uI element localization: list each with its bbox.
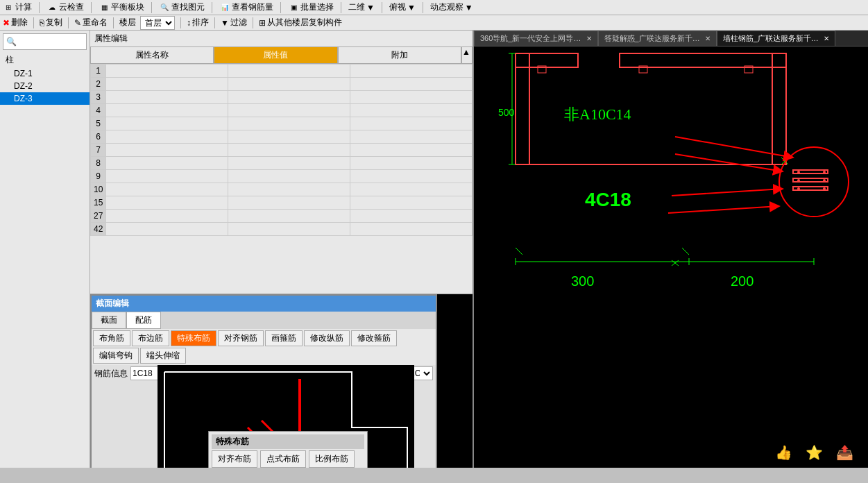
sort-button[interactable]: ↕ 排序: [187, 17, 209, 28]
scroll-up-arrow[interactable]: ▲: [461, 46, 473, 64]
table-row: 5: [91, 117, 473, 130]
prop-name-cell: [106, 170, 228, 183]
toolbar-view[interactable]: 俯视 ▼: [389, 1, 416, 13]
toolbar-find-label: 查找图元: [171, 1, 205, 13]
toolbar-balance[interactable]: ▦ 平衡板块: [99, 1, 144, 13]
copy-button[interactable]: ⎘ 复制: [40, 17, 62, 28]
sidebar-tree: 柱 DZ-1 DZ-2 DZ-3: [0, 53, 90, 468]
right-tab-3-close[interactable]: ✕: [824, 35, 829, 42]
special-item-ratio[interactable]: 比例布筋: [309, 450, 355, 468]
sidebar-item-zhu[interactable]: 柱: [0, 53, 90, 67]
row-num: 1: [91, 65, 106, 78]
right-tab-2-label: 答疑解惑_广联达服务新千…: [604, 34, 700, 42]
rename-button[interactable]: ✎ 重命名: [74, 17, 108, 28]
dynamic-dropdown-icon: ▼: [465, 3, 473, 12]
right-tab-1[interactable]: 360导航_新一代安全上网导… ✕: [474, 31, 598, 46]
prop-col-extra[interactable]: 附加: [338, 46, 461, 64]
subtab-modify-long[interactable]: 修改纵筋: [304, 330, 350, 346]
search-icon: 🔍: [6, 37, 17, 46]
table-row: 10: [91, 183, 473, 196]
prop-value-cell[interactable]: [228, 223, 350, 236]
toolbar-cloud[interactable]: ☁ 云检查: [46, 1, 84, 13]
right-tab-2[interactable]: 答疑解惑_广联达服务新千… ✕: [598, 31, 717, 46]
sidebar-item-dz1[interactable]: DZ-1: [0, 67, 90, 80]
prop-col-name[interactable]: 属性名称: [90, 46, 214, 64]
section-editor-title: 截面编辑: [92, 296, 436, 312]
toolbar-dynamic-label: 动态观察: [430, 1, 463, 13]
row-num: 3: [91, 91, 106, 104]
table-row: 3: [91, 91, 473, 104]
prop-value-cell[interactable]: [228, 170, 350, 183]
prop-col-value[interactable]: 属性值: [214, 46, 337, 64]
properties-title: 属性编辑: [90, 31, 473, 46]
prop-extra-cell: [350, 144, 473, 157]
sep7: [382, 2, 382, 13]
right-tab-2-close[interactable]: ✕: [705, 35, 710, 42]
prop-extra-cell: [350, 170, 473, 183]
copy-icon: ⎘: [40, 18, 44, 28]
subtab-corner[interactable]: 布角筋: [93, 330, 130, 346]
toolbar-2d[interactable]: 二维 ▼: [348, 1, 375, 13]
svg-rect-5: [620, 53, 786, 67]
share-button[interactable]: 📤: [835, 443, 854, 462]
dim-300: 300: [571, 273, 594, 289]
right-arrow3: [668, 206, 779, 213]
toolbar-find[interactable]: 🔍 查找图元: [159, 1, 205, 13]
prop-value-cell[interactable]: [228, 196, 350, 210]
right-tab-1-close[interactable]: ✕: [586, 35, 592, 42]
rename-icon: ✎: [74, 18, 81, 28]
prop-value-cell[interactable]: [228, 78, 350, 91]
subtab-align[interactable]: 对齐钢筋: [218, 330, 264, 346]
prop-name-cell: [106, 210, 228, 223]
prop-name-cell: [106, 130, 228, 144]
right-tab-3[interactable]: 墙柱钢筋_广联达服务新千… ✕: [717, 31, 835, 46]
floor-select[interactable]: 首层: [140, 16, 175, 30]
table-row: 42: [91, 223, 473, 236]
svg-rect-7: [772, 53, 786, 164]
sidebar-search-box[interactable]: 🔍: [3, 33, 87, 50]
toolbar-view-label: 俯视: [389, 1, 406, 13]
subtab-edge[interactable]: 布边筋: [132, 330, 169, 346]
special-dropdown: 特殊布筋 对齐布筋 点式布筋 比例布筋 偏移布筋: [208, 431, 368, 468]
subtab-stirrup[interactable]: 画箍筋: [265, 330, 303, 346]
from-other-button[interactable]: ⊞ 从其他楼层复制构件: [259, 17, 342, 28]
prop-value-cell[interactable]: [228, 117, 350, 130]
toolbar-batch[interactable]: ▣ 批量选择: [288, 1, 334, 13]
sep-t2-2: [68, 17, 69, 28]
bottom-action-icons: 👍 ⭐ 📤: [774, 443, 854, 462]
delete-button[interactable]: ✖ 删除: [3, 17, 28, 28]
prop-value-cell[interactable]: [228, 210, 350, 223]
row-num: 8: [91, 157, 106, 170]
tab-section[interactable]: 截面: [92, 312, 126, 329]
star-button[interactable]: ⭐: [804, 443, 824, 462]
sidebar-item-dz3[interactable]: DZ-3: [0, 92, 90, 105]
toolbar-calc[interactable]: ⊞ 计算: [3, 1, 32, 13]
subtab-special[interactable]: 特殊布筋: [171, 330, 216, 346]
sep-t2-1: [33, 17, 34, 28]
prop-value-cell[interactable]: [228, 104, 350, 117]
prop-value-cell[interactable]: [228, 130, 350, 144]
prop-value-cell[interactable]: [228, 65, 350, 78]
subtab-modify-stirrup[interactable]: 修改箍筋: [351, 330, 397, 346]
prop-value-cell[interactable]: [228, 157, 350, 170]
special-item-point[interactable]: 点式布筋: [260, 450, 306, 468]
special-item-align[interactable]: 对齐布筋: [212, 450, 257, 468]
like-button[interactable]: 👍: [774, 443, 793, 462]
toolbar-view-rebar-label: 查看钢筋量: [232, 1, 273, 13]
sep1: [39, 2, 40, 13]
svg-point-29: [797, 179, 800, 182]
search-input[interactable]: [17, 37, 72, 46]
prop-name-cell: [106, 117, 228, 130]
toolbar-view-rebar[interactable]: 📊 查看钢筋量: [219, 1, 273, 13]
floor-label: 楼层: [119, 17, 136, 28]
sidebar-item-dz2[interactable]: DZ-2: [0, 80, 90, 92]
toolbar-cloud-label: 云检查: [59, 1, 84, 13]
toolbar-dynamic[interactable]: 动态观察 ▼: [430, 1, 473, 13]
prop-value-cell[interactable]: [228, 183, 350, 196]
right-tab-1-label: 360导航_新一代安全上网导…: [480, 34, 581, 42]
prop-value-cell[interactable]: [228, 91, 350, 104]
content: 属性编辑 属性名称 属性值 附加 ▲ 1 2 3 4 5 6 7 8 9 10 …: [90, 31, 473, 468]
filter-button[interactable]: ▼ 过滤: [221, 17, 247, 28]
tab-rebar[interactable]: 配筋: [126, 312, 161, 329]
prop-value-cell[interactable]: [228, 144, 350, 157]
